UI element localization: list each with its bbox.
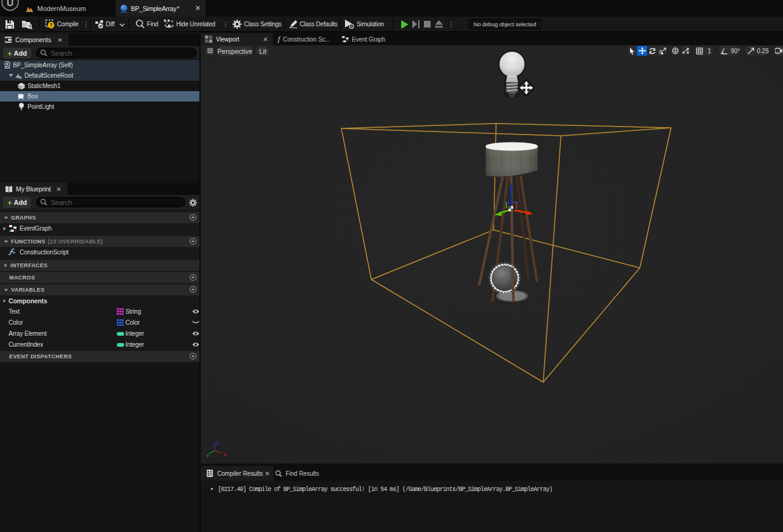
svg-text:X: X xyxy=(223,452,227,457)
svg-text:Z: Z xyxy=(216,440,219,446)
svg-text:?: ? xyxy=(50,22,53,28)
svg-text:Y: Y xyxy=(206,453,210,459)
svg-text:U: U xyxy=(7,0,14,8)
